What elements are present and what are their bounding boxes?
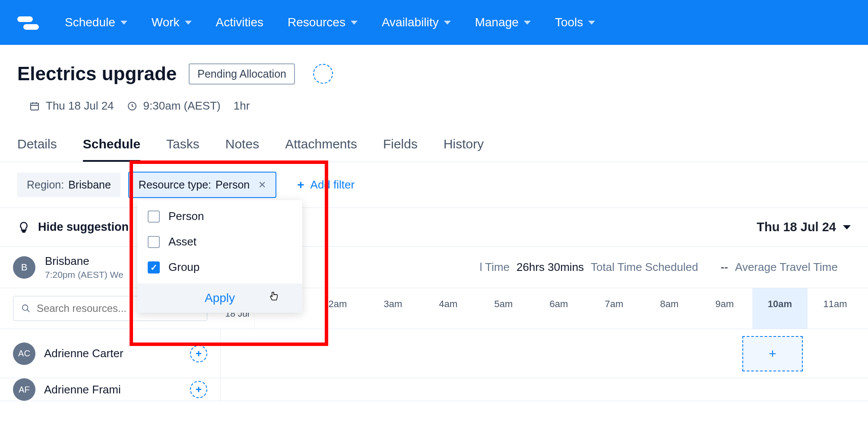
- hour-5am: 5am: [476, 288, 531, 329]
- chevron-down-icon: [444, 21, 451, 25]
- nav-manage[interactable]: Manage: [475, 16, 531, 29]
- svg-line-8: [27, 310, 29, 312]
- hour-10am: 10am: [752, 288, 808, 329]
- calendar-icon: [29, 101, 40, 111]
- svg-rect-1: [23, 24, 39, 30]
- tabs: Details Schedule Tasks Notes Attachments…: [0, 113, 868, 162]
- nav-tools[interactable]: Tools: [555, 16, 595, 29]
- remove-filter-icon[interactable]: ✕: [258, 179, 266, 191]
- status-badge: Pending Allocation: [189, 63, 295, 85]
- svg-rect-2: [31, 103, 38, 110]
- suggestions-bar: Hide suggestion Thu 18 Jul 24: [0, 208, 868, 247]
- nav-resources[interactable]: Resources: [288, 16, 358, 29]
- page-header: Electrics upgrade Pending Allocation Thu…: [0, 45, 868, 113]
- nav-work[interactable]: Work: [152, 16, 192, 29]
- nav-availability[interactable]: Availability: [382, 16, 451, 29]
- top-nav: Schedule Work Activities Resources Avail…: [0, 0, 868, 45]
- resource-avatar: AF: [13, 378, 35, 401]
- add-resource-button[interactable]: +: [190, 381, 207, 398]
- resource-timeline[interactable]: +: [220, 329, 868, 378]
- lightbulb-icon: [17, 221, 30, 234]
- page-title: Electrics upgrade: [17, 63, 177, 85]
- tab-notes[interactable]: Notes: [225, 137, 259, 162]
- svg-point-7: [22, 305, 28, 311]
- logo-icon: [17, 15, 39, 30]
- option-person[interactable]: Person: [148, 210, 292, 223]
- date-picker[interactable]: Thu 18 Jul 24: [757, 220, 851, 234]
- hour-6am: 6am: [531, 288, 586, 329]
- hour-11am: 11am: [808, 288, 863, 329]
- add-resource-button[interactable]: +: [190, 345, 207, 362]
- resource-type-dropdown: Person Asset Group Apply: [137, 200, 302, 313]
- checkbox-checked[interactable]: [148, 261, 160, 273]
- clock-icon: [127, 101, 137, 111]
- cursor-icon: [269, 291, 279, 306]
- region-avatar: B: [13, 256, 35, 279]
- logo: [17, 15, 39, 30]
- svg-rect-0: [17, 16, 33, 22]
- tab-attachments[interactable]: Attachments: [285, 137, 357, 162]
- resource-row: AC Adrienne Carter + +: [0, 329, 868, 378]
- chevron-down-icon: [843, 225, 851, 229]
- tab-history[interactable]: History: [444, 137, 484, 162]
- tab-details[interactable]: Details: [17, 137, 57, 162]
- checkbox[interactable]: [148, 236, 160, 248]
- chevron-down-icon: [185, 21, 192, 25]
- add-slot-button[interactable]: +: [742, 336, 803, 371]
- tab-fields[interactable]: Fields: [383, 137, 418, 162]
- chevron-down-icon: [351, 21, 358, 25]
- resource-name: Adrienne Frami: [44, 383, 181, 396]
- search-icon: [21, 303, 31, 314]
- hour-4am: 4am: [421, 288, 476, 329]
- resource-row: AF Adrienne Frami +: [0, 378, 868, 401]
- option-group[interactable]: Group: [148, 261, 292, 274]
- chevron-down-icon: [588, 21, 595, 25]
- assignee-placeholder[interactable]: [313, 64, 333, 84]
- nav-items: Schedule Work Activities Resources Avail…: [65, 16, 595, 29]
- filter-region[interactable]: Region: Brisbane: [17, 173, 120, 197]
- region-local-time: 7:20pm (AEST) We: [45, 270, 124, 280]
- nav-activities[interactable]: Activities: [216, 16, 263, 29]
- filter-bar: Region: Brisbane Resource type: Person ✕…: [0, 162, 868, 208]
- resource-name: Adrienne Carter: [44, 347, 181, 360]
- meta-time: 9:30am (AEST): [127, 99, 221, 113]
- nav-schedule[interactable]: Schedule: [65, 16, 127, 29]
- option-asset[interactable]: Asset: [148, 235, 292, 248]
- tab-tasks[interactable]: Tasks: [166, 137, 200, 162]
- apply-button[interactable]: Apply: [205, 291, 235, 305]
- resource-timeline[interactable]: [220, 378, 868, 401]
- timeline-header: Thu 18 Jul 1am 2am 3am 4am 5am 6am 7am 8…: [0, 288, 868, 329]
- hour-7am: 7am: [586, 288, 642, 329]
- hour-3am: 3am: [365, 288, 421, 329]
- region-name: Brisbane: [45, 255, 124, 268]
- chevron-down-icon: [120, 21, 127, 25]
- hour-2am: 2am: [310, 288, 365, 329]
- add-filter-button[interactable]: + Add filter: [297, 178, 355, 192]
- tab-schedule[interactable]: Schedule: [83, 137, 140, 162]
- meta-date: Thu 18 Jul 24: [29, 99, 114, 113]
- hour-9am: 9am: [697, 288, 752, 329]
- filter-resource-type[interactable]: Resource type: Person ✕: [128, 172, 276, 198]
- checkbox[interactable]: [148, 211, 160, 223]
- region-summary: B Brisbane 7:20pm (AEST) We l Time 26hrs…: [0, 247, 868, 288]
- hour-8am: 8am: [642, 288, 697, 329]
- meta-duration: 1hr: [234, 99, 250, 113]
- chevron-down-icon: [524, 21, 531, 25]
- hide-suggestions-button[interactable]: Hide suggestion: [38, 220, 129, 234]
- resource-avatar: AC: [13, 343, 35, 365]
- plus-icon: +: [297, 178, 304, 192]
